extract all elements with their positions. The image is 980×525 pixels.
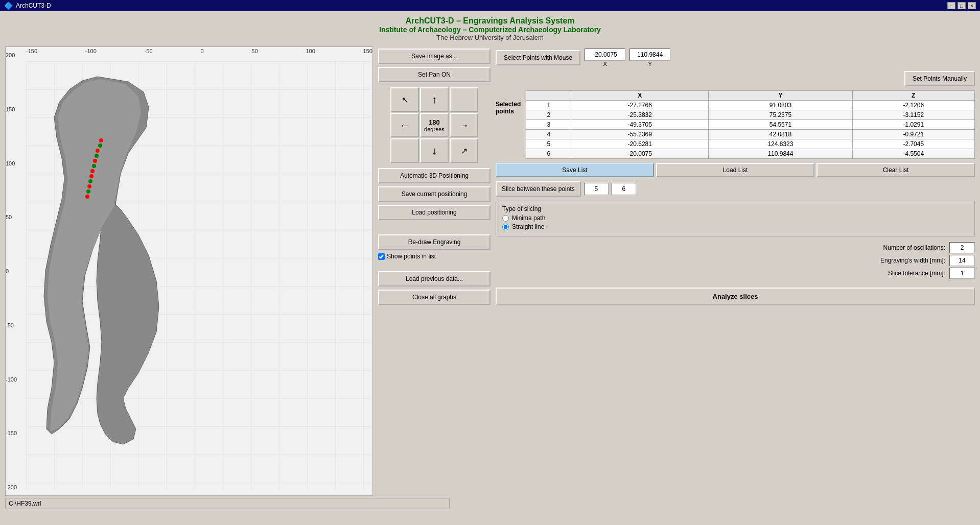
list-buttons: Save List Load List Clear List bbox=[496, 163, 975, 177]
maximize-button[interactable]: □ bbox=[958, 2, 966, 9]
save-image-button[interactable]: Save image as... bbox=[378, 49, 491, 64]
header-title1: ArchCUT3-D – Engravings Analysis System bbox=[0, 16, 980, 26]
x-label-3: 0 bbox=[200, 48, 203, 54]
radio-straight-row: Straight line bbox=[502, 223, 968, 230]
x-label-1: -100 bbox=[85, 48, 97, 54]
status-bar: C:\HF39.wrl bbox=[5, 498, 450, 509]
nav-upright-button[interactable] bbox=[450, 87, 478, 112]
chart-svg[interactable] bbox=[26, 61, 370, 490]
row-num: 3 bbox=[526, 120, 571, 130]
slice-from-input[interactable] bbox=[584, 183, 609, 195]
svg-point-10 bbox=[90, 169, 95, 173]
slice-tolerance-label: Slice tolerance [mm]: bbox=[888, 270, 945, 277]
redraw-button[interactable]: Re-draw Engraving bbox=[378, 234, 491, 250]
y-label-2: 100 bbox=[6, 160, 26, 166]
set-points-row: Set Points Manually bbox=[496, 71, 975, 86]
selected-points-label: Selected points bbox=[496, 101, 521, 115]
y-label-0: 200 bbox=[6, 52, 26, 58]
row-x: -20.0075 bbox=[571, 149, 709, 159]
num-oscillations-input[interactable] bbox=[949, 242, 975, 253]
row-num: 4 bbox=[526, 130, 571, 139]
svg-point-5 bbox=[98, 144, 102, 148]
x-label-2: -50 bbox=[145, 48, 153, 54]
load-prev-button[interactable]: Load previous data... bbox=[378, 271, 491, 287]
radio-minima-label: Minima path bbox=[512, 214, 545, 222]
y-label-3: 50 bbox=[6, 214, 26, 220]
nav-controls: ↖ ↑ ← 180 degrees → ↓ ↗ bbox=[378, 87, 491, 163]
slice-tolerance-input[interactable] bbox=[949, 268, 975, 279]
table-row: 3-49.370554.5571-1.0291 bbox=[526, 120, 975, 130]
y-axis-labels: 200 150 100 50 0 -50 -100 -150 -200 bbox=[6, 47, 26, 495]
set-points-button[interactable]: Set Points Manually bbox=[904, 71, 975, 86]
y-label-1: 150 bbox=[6, 106, 26, 112]
svg-point-13 bbox=[87, 184, 91, 188]
load-positioning-button[interactable]: Load positioning bbox=[378, 205, 491, 220]
x-label-0: -150 bbox=[26, 48, 37, 54]
show-points-checkbox[interactable] bbox=[378, 253, 385, 260]
slice-button[interactable]: Slice between these points bbox=[496, 181, 581, 197]
controls-area: Save image as... Set Pan ON ↖ ↑ ← 180 de… bbox=[378, 46, 491, 496]
slice-to-input[interactable] bbox=[612, 183, 636, 195]
nav-upleft-button[interactable]: ↖ bbox=[390, 87, 419, 112]
nav-down-button[interactable]: ↓ bbox=[420, 138, 449, 163]
y-coord-input[interactable] bbox=[629, 49, 670, 61]
type-slicing-section: Type of slicing Minima path Straight lin… bbox=[496, 201, 975, 236]
top-controls-row: Select Points with Mouse X Y bbox=[496, 49, 975, 67]
app-title: ArchCUT3-D bbox=[16, 2, 51, 9]
engraving-width-input[interactable] bbox=[949, 255, 975, 266]
x-coord-input[interactable] bbox=[585, 49, 625, 61]
row-x: -55.2369 bbox=[571, 130, 709, 139]
svg-point-14 bbox=[86, 189, 90, 194]
close-graphs-button[interactable]: Close all graphs bbox=[378, 290, 491, 305]
load-list-button[interactable]: Load List bbox=[656, 163, 814, 177]
file-path: C:\HF39.wrl bbox=[9, 500, 41, 507]
auto-3d-button[interactable]: Automatic 3D Positioning bbox=[378, 168, 491, 183]
row-x: -25.3832 bbox=[571, 110, 709, 120]
degrees-label: degrees bbox=[424, 126, 445, 132]
row-z: -0.9721 bbox=[852, 130, 974, 139]
points-table-container: X Y Z 1-27.276691.0803-2.12062-25.383275… bbox=[526, 90, 975, 159]
svg-point-11 bbox=[89, 174, 94, 178]
save-positioning-button[interactable]: Save current positioning bbox=[378, 186, 491, 202]
save-list-button[interactable]: Save List bbox=[496, 163, 654, 177]
svg-point-4 bbox=[99, 138, 103, 142]
app-icon: 🔷 bbox=[4, 2, 13, 10]
close-button[interactable]: × bbox=[968, 2, 976, 9]
y-coord-box: Y bbox=[629, 49, 670, 67]
select-mouse-button[interactable]: Select Points with Mouse bbox=[496, 50, 580, 65]
svg-point-12 bbox=[88, 179, 92, 183]
clear-list-button[interactable]: Clear List bbox=[816, 163, 975, 177]
y-label-8: -200 bbox=[6, 484, 26, 490]
minimize-button[interactable]: − bbox=[947, 2, 955, 9]
nav-up-button[interactable]: ↑ bbox=[420, 87, 449, 112]
data-panel: Select Points with Mouse X Y Set Points … bbox=[496, 46, 975, 496]
x-coord-box: X bbox=[585, 49, 625, 67]
num-oscillations-row: Number of oscillations: bbox=[496, 242, 975, 253]
nav-downleft-button[interactable] bbox=[390, 138, 419, 163]
row-z: -2.1206 bbox=[852, 101, 974, 110]
row-x: -27.2766 bbox=[571, 101, 709, 110]
row-num: 2 bbox=[526, 110, 571, 120]
radio-straight-label: Straight line bbox=[512, 223, 544, 230]
table-row: 2-25.383275.2375-3.1152 bbox=[526, 110, 975, 120]
app-header: ArchCUT3-D – Engravings Analysis System … bbox=[0, 11, 980, 44]
analyze-slices-button[interactable]: Analyze slices bbox=[496, 288, 975, 305]
x-label-5: 100 bbox=[306, 48, 315, 54]
y-label-7: -150 bbox=[6, 430, 26, 436]
svg-point-8 bbox=[93, 159, 97, 163]
nav-downright-button[interactable]: ↗ bbox=[450, 138, 478, 163]
radio-minima[interactable] bbox=[502, 215, 509, 222]
nav-right-button[interactable]: → bbox=[450, 113, 478, 137]
radio-straight[interactable] bbox=[502, 224, 509, 230]
x-label-6: 150 bbox=[363, 48, 372, 54]
y-label-4: 0 bbox=[6, 268, 26, 274]
set-pan-button[interactable]: Set Pan ON bbox=[378, 67, 491, 82]
y-label-5: -50 bbox=[6, 322, 26, 328]
col-header-num bbox=[526, 91, 571, 101]
engraving-width-row: Engraving's width [mm]: bbox=[496, 255, 975, 266]
row-y: 91.0803 bbox=[709, 101, 852, 110]
nav-left-button[interactable]: ← bbox=[390, 113, 419, 137]
row-num: 6 bbox=[526, 149, 571, 159]
row-z: -4.5504 bbox=[852, 149, 974, 159]
table-row: 1-27.276691.0803-2.1206 bbox=[526, 101, 975, 110]
